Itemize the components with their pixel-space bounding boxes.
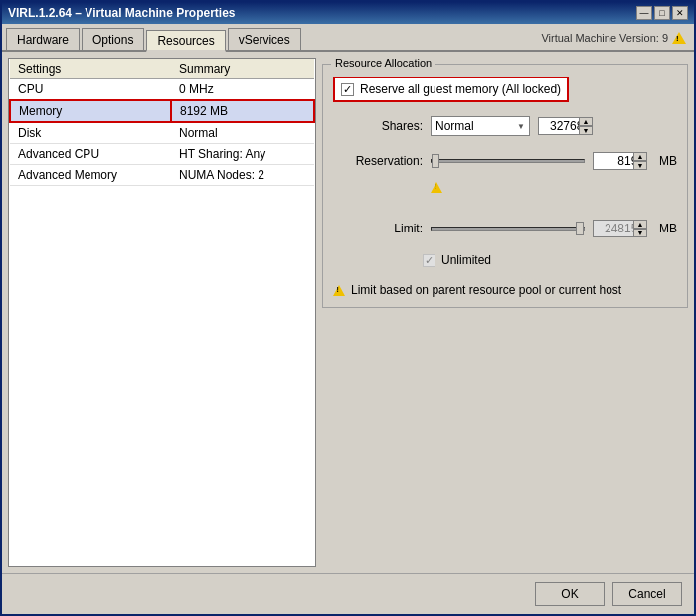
setting-adv-memory: Advanced Memory [10,165,171,186]
shares-row: Shares: Normal ▼ ▲ ▼ [333,116,677,136]
summary-cpu: 0 MHz [171,79,314,101]
table-row[interactable]: Advanced CPU HT Sharing: Any [10,144,314,165]
shares-spin-down[interactable]: ▼ [579,126,593,135]
version-warning-icon [672,32,686,44]
tab-content: Settings Summary CPU 0 MHz Memory 8192 M… [2,52,694,573]
reservation-slider-track [431,159,585,163]
setting-cpu: CPU [10,79,171,101]
table-row[interactable]: CPU 0 MHz [10,79,314,101]
limit-spin-up[interactable]: ▲ [633,220,647,229]
reservation-slider-thumb[interactable] [432,154,439,168]
table-row[interactable]: Memory 8192 MB [10,100,314,122]
footer: OK Cancel [2,573,694,614]
resource-allocation-box: Resource Allocation ✓ Reserve all guest … [322,64,688,308]
version-info: Virtual Machine Version: 9 [541,32,686,44]
maximize-button[interactable]: □ [654,6,670,20]
reserve-all-label: Reserve all guest memory (All locked) [360,82,561,96]
limit-warning-icon [333,285,345,296]
shares-spin-up[interactable]: ▲ [579,117,593,126]
reservation-warning-icon [431,182,442,193]
limit-label: Limit: [333,222,423,235]
reservation-number-wrap: ▲ ▼ [593,152,647,170]
reserve-all-checkbox[interactable]: ✓ [341,83,354,96]
summary-disk: Normal [171,122,314,144]
settings-table: Settings Summary CPU 0 MHz Memory 8192 M… [9,59,315,186]
limit-number-wrap: ▲ ▼ [593,220,647,237]
shares-select-wrap: Normal ▼ [431,116,530,136]
limit-slider-thumb[interactable] [576,222,584,235]
reservation-unit: MB [659,154,677,168]
tab-vservices[interactable]: vServices [228,28,301,50]
unlimited-row: ✓ Unlimited [423,253,677,267]
limit-spinbox: ▲ ▼ [633,220,647,237]
warning-row: Limit based on parent resource pool or c… [333,277,677,297]
shares-spinbox: ▲ ▼ [579,117,593,135]
table-row[interactable]: Disk Normal [10,122,314,144]
reservation-controls: Reservation: ▲ ▼ [333,152,677,170]
tab-hardware[interactable]: Hardware [6,28,80,50]
setting-disk: Disk [10,122,171,144]
reservation-row: Reservation: ▲ ▼ [333,152,677,196]
col-settings: Settings [10,59,171,79]
shares-number-wrap: ▲ ▼ [538,117,593,135]
resource-allocation-title: Resource Allocation [331,57,435,69]
warning-text: Limit based on parent resource pool or c… [351,283,621,297]
limit-spin-down[interactable]: ▼ [633,229,647,237]
reserve-all-row[interactable]: ✓ Reserve all guest memory (All locked) [333,77,569,102]
tab-resources[interactable]: Resources [146,30,225,52]
reservation-spin-down[interactable]: ▼ [633,161,647,170]
col-summary: Summary [171,59,314,79]
unlimited-checkbox[interactable]: ✓ [423,254,435,267]
summary-adv-memory: NUMA Nodes: 2 [171,165,314,186]
setting-memory: Memory [10,100,171,122]
chevron-down-icon: ▼ [517,122,525,131]
reservation-label: Reservation: [333,154,423,168]
unlimited-label: Unlimited [441,253,491,267]
ok-button[interactable]: OK [535,582,605,606]
reservation-slider-container [431,159,585,163]
main-window: VIRL.1.2.64 – Virtual Machine Properties… [0,0,696,616]
resource-panel: Resource Allocation ✓ Reserve all guest … [322,58,688,567]
settings-panel: Settings Summary CPU 0 MHz Memory 8192 M… [8,58,316,567]
tab-options[interactable]: Options [82,28,144,50]
tab-bar: Hardware Options Resources vServices Vir… [2,24,694,52]
shares-label: Shares: [333,119,423,133]
limit-slider-container [431,227,585,231]
close-button[interactable]: ✕ [672,6,688,20]
cancel-button[interactable]: Cancel [612,582,682,606]
shares-select[interactable]: Normal ▼ [431,116,530,136]
window-controls: — □ ✕ [636,6,688,20]
setting-adv-cpu: Advanced CPU [10,144,171,165]
window-title: VIRL.1.2.64 – Virtual Machine Properties [8,6,236,20]
limit-unit: MB [659,222,677,235]
reservation-warning [431,182,442,196]
reservation-spin-up[interactable]: ▲ [633,152,647,161]
table-row[interactable]: Advanced Memory NUMA Nodes: 2 [10,165,314,186]
title-bar: VIRL.1.2.64 – Virtual Machine Properties… [2,2,694,24]
summary-memory: 8192 MB [171,100,314,122]
minimize-button[interactable]: — [636,6,652,20]
summary-adv-cpu: HT Sharing: Any [171,144,314,165]
limit-slider-track [431,227,585,231]
reservation-spinbox: ▲ ▼ [633,152,647,170]
limit-row: Limit: ▲ ▼ MB [333,220,677,237]
